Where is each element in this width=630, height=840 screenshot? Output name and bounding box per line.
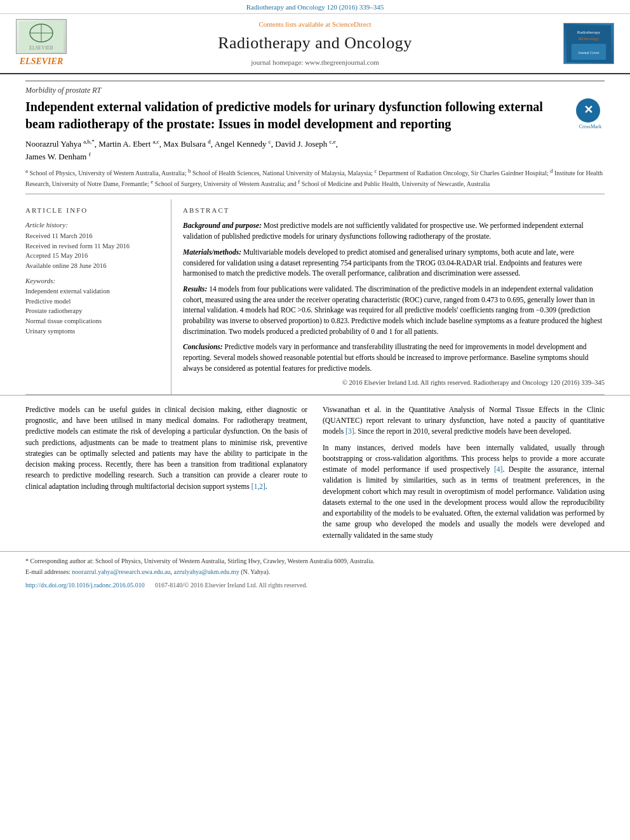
elsevier-logo-block: ELSEVIER ELSEVIER [13, 19, 70, 68]
corresponding-author-note: * Corresponding author at: School of Phy… [25, 557, 605, 566]
author-bulsara: Max Bulsara d, [163, 139, 214, 149]
article-info-col: ARTICLE INFO Article history: Received 1… [25, 199, 171, 394]
available-date: Available online 28 June 2016 [25, 262, 162, 271]
body-two-col: Predictive models can be useful guides i… [25, 404, 605, 546]
conclusions-label: Conclusions: [183, 343, 223, 350]
affiliation-c: c Department of Radiation Oncology, Sir … [374, 170, 550, 177]
ref-link-12[interactable]: [1,2] [251, 483, 265, 490]
email-footnote: E-mail addresses: noorazrul.yahya@resear… [25, 568, 605, 577]
svg-text:Radiotherapy: Radiotherapy [577, 30, 601, 34]
affiliation-b: b School of Health Sciences, National Un… [188, 170, 374, 177]
authors-line: Noorazrul Yahya a,b,*, Martin A. Ebert a… [25, 138, 605, 163]
doi-section: http://dx.doi.org/10.1016/j.radonc.2016.… [0, 578, 630, 592]
abstract-header: ABSTRACT [183, 206, 605, 215]
body-right-col: Viswanathan et al. in the Quantitative A… [323, 404, 605, 546]
journal-reference-bar: Radiotherapy and Oncology 120 (2016) 339… [0, 0, 630, 14]
journal-reference-text: Radiotherapy and Oncology 120 (2016) 339… [246, 3, 384, 11]
crossmark-badge: ✕ CrossMark [576, 98, 605, 130]
keyword-3: Prostate radiotherapy [25, 307, 162, 316]
background-label: Background and purpose: [183, 222, 262, 229]
crossmark-icon: ✕ [576, 98, 600, 123]
results-label: Results: [183, 285, 207, 293]
methods-text: Multivariable models developed to predic… [183, 248, 582, 277]
article-section-label: Morbidity of prostate RT [25, 81, 605, 96]
journal-title-block: Contents lists available at ScienceDirec… [70, 20, 560, 67]
abstract-conclusions: Conclusions: Predictive models vary in p… [183, 342, 605, 373]
affiliation-e: e School of Surgery, University of Weste… [151, 180, 298, 187]
elsevier-wordmark: ELSEVIER [20, 55, 63, 68]
methods-label: Materials/methods: [183, 248, 241, 256]
affiliation-a: a School of Physics, University of Weste… [25, 170, 188, 177]
footnote-section: * Corresponding author at: School of Phy… [0, 551, 630, 577]
abstract-col: ABSTRACT Background and purpose: Most pr… [171, 199, 605, 394]
author-kennedy: Angel Kennedy c, [215, 139, 276, 149]
email-link-1[interactable]: noorazrul.yahya@research.uwa.edu.au [72, 568, 170, 575]
email-link-2[interactable]: azrulyahya@ukm.edu.my [174, 568, 239, 575]
article-history-section: Article history: Received 11 March 2016 … [25, 220, 162, 270]
author-joseph: David J. Joseph c,e, [275, 139, 338, 149]
author-denham: James W. Denham f [25, 152, 91, 161]
received-date: Received 11 March 2016 [25, 232, 162, 241]
keywords-label: Keywords: [25, 276, 162, 286]
abstract-background: Background and purpose: Most predictive … [183, 220, 605, 241]
journal-header: ELSEVIER ELSEVIER Contents lists availab… [0, 14, 630, 74]
issn-text: 0167-8140/© 2016 Elsevier Ireland Ltd. A… [155, 581, 307, 590]
author-yahya: Noorazrul Yahya a,b,*, [25, 139, 98, 149]
conclusions-text: Predictive models vary in performance an… [183, 343, 589, 371]
abstract-copyright: © 2016 Elsevier Ireland Ltd. All rights … [183, 378, 605, 388]
body-para-1: Predictive models can be useful guides i… [25, 404, 307, 492]
revised-date: Received in revised form 11 May 2016 [25, 242, 162, 251]
keyword-5: Urinary symptoms [25, 327, 162, 337]
science-direct-line: Contents lists available at ScienceDirec… [83, 20, 547, 29]
abstract-methods: Materials/methods: Multivariable models … [183, 247, 605, 279]
journal-title: Radiotherapy and Oncology [83, 32, 547, 55]
history-label: Article history: [25, 220, 162, 230]
article-title: Independent external validation of predi… [25, 98, 570, 133]
results-text: 14 models from four publications were va… [183, 285, 602, 335]
keyword-1: Independent external validation [25, 287, 162, 297]
article-title-block: Independent external validation of predi… [25, 98, 605, 133]
svg-text:&Oncology: &Oncology [579, 36, 600, 41]
body-para-2: Viswanathan et al. in the Quantitative A… [323, 404, 605, 437]
doi-link[interactable]: http://dx.doi.org/10.1016/j.radonc.2016.… [25, 581, 145, 590]
article-section: Morbidity of prostate RT Independent ext… [0, 74, 630, 395]
body-left-col: Predictive models can be useful guides i… [25, 404, 307, 546]
article-info-header: ARTICLE INFO [25, 206, 162, 215]
keyword-4: Normal tissue complications [25, 317, 162, 326]
keywords-section: Keywords: Independent external validatio… [25, 276, 162, 337]
crossmark-label: CrossMark [576, 123, 605, 130]
journal-logo-block: Radiotherapy &Oncology Journal Cover [560, 23, 617, 64]
affiliation-f: f School of Medicine and Public Health, … [298, 180, 490, 187]
journal-homepage: journal homepage: www.thegreenjournal.co… [83, 58, 547, 67]
accepted-date: Accepted 15 May 2016 [25, 251, 162, 261]
ref-link-3[interactable]: [3] [345, 427, 354, 435]
affiliations-block: a School of Physics, University of Weste… [25, 166, 605, 194]
svg-text:ELSEVIER: ELSEVIER [29, 45, 53, 51]
body-para-3: In many instances, derived models have b… [323, 443, 605, 541]
body-section: Predictive models can be useful guides i… [0, 395, 630, 546]
elsevier-image: ELSEVIER [16, 19, 67, 54]
abstract-results: Results: 14 models from four publication… [183, 284, 605, 337]
keyword-2: Predictive model [25, 297, 162, 307]
author-ebert: Martin A. Ebert a,c, [98, 139, 163, 149]
svg-text:Journal Cover: Journal Cover [579, 50, 600, 54]
info-abstract-block: ARTICLE INFO Article history: Received 1… [25, 199, 605, 395]
ref-link-4[interactable]: [4] [494, 465, 502, 473]
journal-logo-image: Radiotherapy &Oncology Journal Cover [563, 23, 614, 64]
email-label: E-mail addresses: [25, 568, 70, 575]
